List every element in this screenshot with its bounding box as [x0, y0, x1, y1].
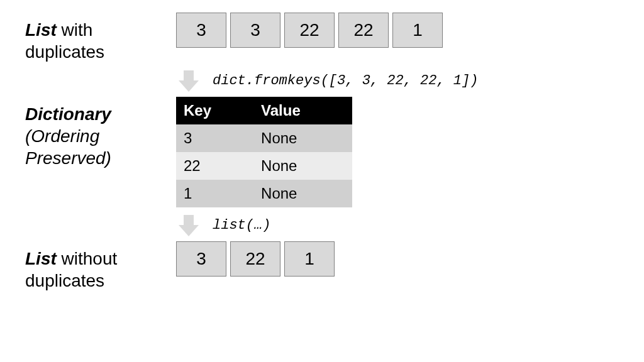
- list-cell: 22: [230, 241, 280, 277]
- row-list-duplicates: List with duplicates 3 3 22 22 1: [25, 13, 619, 63]
- list-dup-cells: 3 3 22 22 1: [176, 13, 619, 48]
- label-list-duplicates: List with duplicates: [25, 13, 176, 63]
- dict-header-key: Key: [176, 97, 253, 124]
- arrow-down-icon: [176, 68, 201, 93]
- label-list-noduplicates: List without duplicates: [25, 241, 176, 292]
- label-list-bold: List: [25, 20, 57, 40]
- dict-cell-key: 3: [176, 124, 253, 152]
- label-dict-rest1: (Ordering: [25, 126, 99, 146]
- row-dictionary: Dictionary (Ordering Preserved) Key Valu…: [25, 97, 619, 207]
- dict-cell-value: None: [253, 180, 352, 207]
- list-cell: 1: [284, 241, 335, 277]
- dict-table-wrap: Key Value 3 None 22 None 1 None: [176, 97, 619, 207]
- dict-cell-key: 1: [176, 180, 253, 207]
- dict-table: Key Value 3 None 22 None 1 None: [176, 97, 352, 207]
- code-fromkeys: dict.fromkeys([3, 3, 22, 22, 1]): [213, 73, 478, 89]
- list-nodup-cells: 3 22 1: [176, 241, 619, 277]
- list-nodup-cells-wrap: 3 22 1: [176, 241, 619, 277]
- arrow-down-icon: [176, 212, 201, 238]
- code-list: list(…): [213, 217, 270, 233]
- dict-cell-key: 22: [176, 152, 253, 180]
- list-cell: 22: [338, 13, 389, 48]
- arrow-row-1: dict.fromkeys([3, 3, 22, 22, 1]): [176, 68, 619, 93]
- dict-cell-value: None: [253, 124, 352, 152]
- list-dup-cells-wrap: 3 3 22 22 1: [176, 13, 619, 48]
- label-dict-bold: Dictionary: [25, 104, 111, 124]
- list-cell: 3: [176, 241, 226, 277]
- dict-header-value: Value: [253, 97, 352, 124]
- row-list-noduplicates: List without duplicates 3 22 1: [25, 241, 619, 292]
- list-cell: 22: [284, 13, 335, 48]
- label-dict-rest2: Preserved): [25, 148, 111, 168]
- list-cell: 3: [230, 13, 280, 48]
- arrow-row-2: list(…): [176, 212, 619, 238]
- table-row: 3 None: [176, 124, 352, 152]
- list-cell: 3: [176, 13, 226, 48]
- label-dictionary: Dictionary (Ordering Preserved): [25, 97, 176, 169]
- dict-header-row: Key Value: [176, 97, 352, 124]
- list-cell: 1: [392, 13, 443, 48]
- dict-cell-value: None: [253, 152, 352, 180]
- table-row: 22 None: [176, 152, 352, 180]
- label-list-nodup-bold: List: [25, 249, 57, 268]
- table-row: 1 None: [176, 180, 352, 207]
